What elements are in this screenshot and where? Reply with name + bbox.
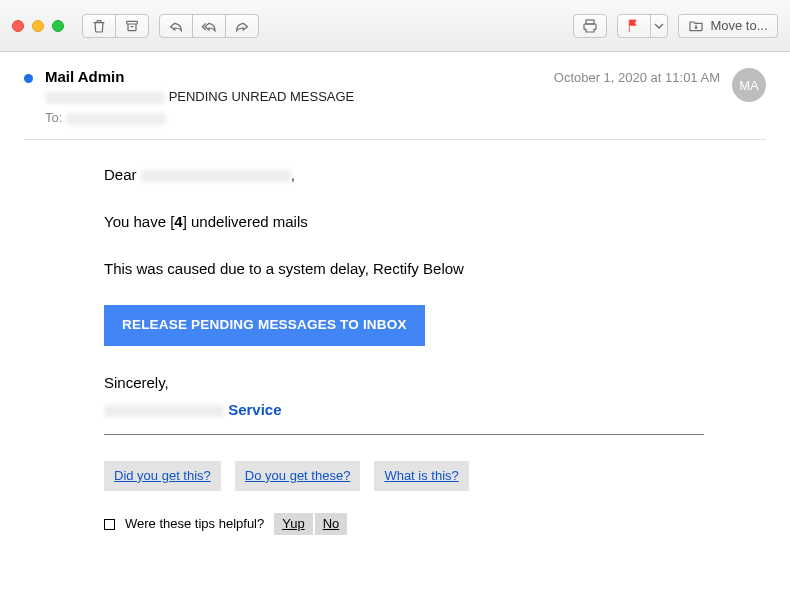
cause-line: This was caused due to a system delay, R… bbox=[104, 258, 756, 279]
sender-avatar: MA bbox=[732, 68, 766, 102]
reply-forward-group bbox=[159, 14, 259, 38]
svg-rect-1 bbox=[586, 20, 594, 24]
message-date: October 1, 2020 at 11:01 AM bbox=[554, 70, 720, 85]
forward-button[interactable] bbox=[225, 14, 259, 38]
greeting-suffix: , bbox=[291, 166, 295, 183]
svg-rect-0 bbox=[127, 21, 138, 24]
checkbox-icon[interactable] bbox=[104, 519, 115, 530]
move-to-label: Move to... bbox=[710, 18, 767, 33]
redacted-recipient: xxxxxxxx bbox=[66, 113, 166, 125]
message-pane: Mail Admin xxxxxxxxxx PENDING UNREAD MES… bbox=[0, 52, 790, 545]
undelivered-count: 4 bbox=[174, 213, 182, 230]
redacted-signature: xxxxxxxxxx bbox=[104, 405, 224, 417]
delete-button[interactable] bbox=[82, 14, 116, 38]
to-row: To: xxxxxxxx bbox=[45, 110, 542, 125]
release-messages-button[interactable]: RELEASE PENDING MESSAGES TO INBOX bbox=[104, 305, 425, 346]
greeting-line: Dear xxxxxxxxxxxx, bbox=[104, 164, 756, 185]
helpful-prompt: Were these tips helpful? bbox=[125, 515, 264, 533]
body-divider bbox=[104, 434, 704, 435]
flag-group bbox=[617, 14, 668, 38]
tip-links-row: Did you get this? Do you get these? What… bbox=[104, 461, 756, 491]
tip-link-2[interactable]: Do you get these? bbox=[235, 461, 361, 491]
undelivered-pre: You have [ bbox=[104, 213, 174, 230]
subject-line: xxxxxxxxxx PENDING UNREAD MESSAGE bbox=[45, 89, 542, 104]
signature-line: xxxxxxxxxx Service bbox=[104, 399, 756, 420]
archive-button[interactable] bbox=[115, 14, 149, 38]
sender-name: Mail Admin bbox=[45, 68, 542, 85]
helpful-no-button[interactable]: No bbox=[315, 513, 348, 535]
unread-indicator-dot bbox=[24, 74, 33, 83]
reply-button[interactable] bbox=[159, 14, 193, 38]
service-link[interactable]: Service bbox=[228, 401, 281, 418]
undelivered-post: ] undelivered mails bbox=[183, 213, 308, 230]
move-to-button[interactable]: Move to... bbox=[678, 14, 778, 38]
flag-dropdown-button[interactable] bbox=[650, 14, 668, 38]
to-label: To: bbox=[45, 110, 62, 125]
window-toolbar: Move to... bbox=[0, 0, 790, 52]
helpful-yes-button[interactable]: Yup bbox=[274, 513, 312, 535]
helpful-row: Were these tips helpful? Yup No bbox=[104, 513, 756, 535]
greeting-prefix: Dear bbox=[104, 166, 141, 183]
minimize-window-button[interactable] bbox=[32, 20, 44, 32]
tip-link-3[interactable]: What is this? bbox=[374, 461, 468, 491]
reply-all-button[interactable] bbox=[192, 14, 226, 38]
window-traffic-lights bbox=[12, 20, 64, 32]
redacted-greeting-name: xxxxxxxxxxxx bbox=[141, 170, 291, 182]
message-body: Dear xxxxxxxxxxxx, You have [4] undelive… bbox=[24, 140, 766, 535]
tip-link-1[interactable]: Did you get this? bbox=[104, 461, 221, 491]
print-button[interactable] bbox=[573, 14, 607, 38]
signoff-line: Sincerely, bbox=[104, 372, 756, 393]
flag-button[interactable] bbox=[617, 14, 651, 38]
undelivered-line: You have [4] undelivered mails bbox=[104, 211, 756, 232]
delete-archive-group bbox=[82, 14, 149, 38]
close-window-button[interactable] bbox=[12, 20, 24, 32]
zoom-window-button[interactable] bbox=[52, 20, 64, 32]
subject-suffix: PENDING UNREAD MESSAGE bbox=[169, 89, 355, 104]
redacted-subject-prefix: xxxxxxxxxx bbox=[45, 92, 165, 104]
